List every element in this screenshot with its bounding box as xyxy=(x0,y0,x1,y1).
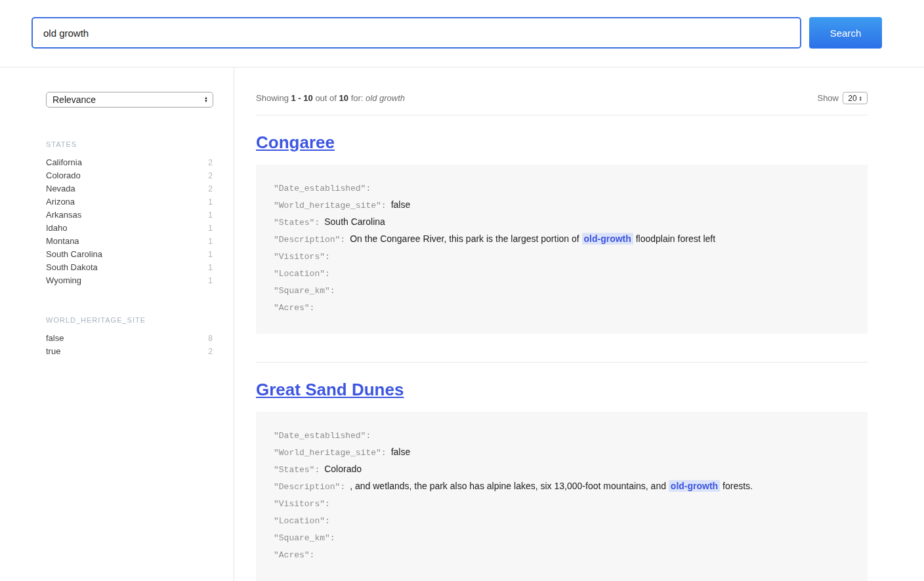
result-field-row: "Square_km": xyxy=(274,282,849,299)
search-input[interactable] xyxy=(32,17,801,49)
page-size-control: Show 20 ▲▼ xyxy=(817,92,868,104)
facet-option-state[interactable]: Colorado 2 xyxy=(46,169,213,182)
facet-option-label: South Carolina xyxy=(46,248,102,260)
facet-option-label: Wyoming xyxy=(46,274,81,287)
facet-option-heritage[interactable]: true 2 xyxy=(46,345,213,358)
field-value: On the Congaree River, this park is the … xyxy=(350,233,581,244)
result-title-link[interactable]: Great Sand Dunes xyxy=(256,380,404,400)
sort-select[interactable]: Relevance ▲▼ xyxy=(46,92,213,108)
field-key: "States": xyxy=(274,465,320,475)
field-key: "Date_established": xyxy=(274,184,371,193)
facet-option-label: California xyxy=(46,156,82,169)
search-header: Search xyxy=(0,0,924,68)
results-toolbar: Showing 1 - 10 out of 10 for: old growth… xyxy=(256,92,868,104)
page-size-label: Show xyxy=(817,93,839,103)
result-field-row: "Acres": xyxy=(274,546,849,563)
result-field-row: "Acres": xyxy=(274,299,849,316)
sidebar: Relevance ▲▼ STATES California 2 Colorad… xyxy=(0,68,234,581)
facet-option-label: true xyxy=(46,345,60,357)
result-field-row: "World_heritage_site":false xyxy=(274,197,849,214)
field-value: Colorado xyxy=(324,464,362,474)
field-value: false xyxy=(391,447,411,457)
facet-option-label: false xyxy=(46,332,64,344)
field-key: "Acres": xyxy=(274,303,314,313)
result-field-row: "Square_km": xyxy=(274,529,849,546)
field-key: "World_heritage_site": xyxy=(274,201,387,210)
facet-option-state[interactable]: California 2 xyxy=(46,156,213,169)
result-field-row: "States":South Carolina xyxy=(274,214,849,231)
result-card: "Date_established": "World_heritage_site… xyxy=(256,412,868,581)
facet-option-state[interactable]: South Carolina 1 xyxy=(46,248,213,261)
facet-option-count: 1 xyxy=(208,209,213,222)
facet-option-state[interactable]: Wyoming 1 xyxy=(46,274,213,287)
facet-option-heritage[interactable]: false 8 xyxy=(46,332,213,345)
field-key: "Location": xyxy=(274,269,330,279)
content-area: Relevance ▲▼ STATES California 2 Colorad… xyxy=(0,68,924,581)
select-arrows-icon: ▲▼ xyxy=(859,96,862,101)
facet-option-state[interactable]: Montana 1 xyxy=(46,235,213,248)
facet-option-count: 2 xyxy=(208,170,213,182)
toolbar-divider xyxy=(256,115,868,115)
field-key: "Visitors": xyxy=(274,252,330,262)
facet-option-count: 8 xyxy=(208,332,213,345)
summary-range: 1 - 10 xyxy=(291,93,313,103)
facet-option-count: 1 xyxy=(208,235,213,248)
select-arrows-icon: ▲▼ xyxy=(204,96,208,103)
result-field-row: "Visitors": xyxy=(274,248,849,265)
field-value: false xyxy=(391,199,411,210)
result-field-row: "World_heritage_site":false xyxy=(274,444,849,461)
result-field-row: "Description":On the Congaree River, thi… xyxy=(274,231,849,248)
result-field-row: "Location": xyxy=(274,512,849,529)
field-key: "Square_km": xyxy=(274,533,335,543)
field-value-after-match: forests. xyxy=(720,481,753,491)
facet-option-count: 1 xyxy=(208,262,213,274)
summary-for: for: xyxy=(351,93,364,103)
facet-option-label: Idaho xyxy=(46,222,68,234)
field-value: South Carolina xyxy=(324,216,385,227)
field-key: "Acres": xyxy=(274,550,314,560)
result-field-row: "Date_established": xyxy=(274,180,849,197)
facet-option-count: 2 xyxy=(208,157,213,169)
field-value: , and wetlands, the park also has alpine… xyxy=(350,481,669,491)
facet-option-state[interactable]: Arkansas 1 xyxy=(46,209,213,222)
facet-option-label: Arkansas xyxy=(46,209,81,221)
results-main: Showing 1 - 10 out of 10 for: old growth… xyxy=(234,68,924,581)
facet-option-state[interactable]: South Dakota 1 xyxy=(46,261,213,274)
field-key: "Visitors": xyxy=(274,499,330,509)
facet-option-label: Nevada xyxy=(46,182,75,195)
result-field-row: "Location": xyxy=(274,265,849,282)
sort-select-value: Relevance xyxy=(52,94,96,105)
facet-option-count: 1 xyxy=(208,222,213,235)
result-field-row: "Date_established": xyxy=(274,427,849,444)
facet-option-state[interactable]: Nevada 2 xyxy=(46,182,213,195)
highlight-match: old-growth xyxy=(582,233,633,245)
results-summary: Showing 1 - 10 out of 10 for: old growth xyxy=(256,93,405,103)
summary-outof: out of xyxy=(315,93,337,103)
facet-option-state[interactable]: Idaho 1 xyxy=(46,222,213,235)
facet-option-label: Montana xyxy=(46,235,79,247)
result-field-row: "States":Colorado xyxy=(274,461,849,478)
facet-title-states: STATES xyxy=(46,140,213,148)
facet-option-count: 1 xyxy=(208,249,213,261)
facet-option-label: Colorado xyxy=(46,169,81,182)
field-key: "Location": xyxy=(274,516,330,526)
page-size-select[interactable]: 20 ▲▼ xyxy=(843,92,868,104)
field-key: "Date_established": xyxy=(274,431,371,441)
facet-option-count: 2 xyxy=(208,346,213,358)
field-key: "Square_km": xyxy=(274,286,335,296)
summary-showing: Showing xyxy=(256,93,289,103)
field-key: "Description": xyxy=(274,482,345,492)
highlight-match: old-growth xyxy=(669,480,720,492)
search-button[interactable]: Search xyxy=(809,17,882,49)
facet-option-count: 1 xyxy=(208,196,213,209)
result-title-link[interactable]: Congaree xyxy=(256,132,335,153)
result-field-row: "Description":, and wetlands, the park a… xyxy=(274,478,849,495)
facet-option-state[interactable]: Arizona 1 xyxy=(46,195,213,209)
facet-option-label: Arizona xyxy=(46,195,75,208)
facet-title-world-heritage-site: WORLD_HERITAGE_SITE xyxy=(46,316,213,324)
field-key: "Description": xyxy=(274,235,345,245)
page-size-value: 20 xyxy=(848,94,856,103)
field-value-after-match: floodplain forest left xyxy=(633,233,715,244)
summary-query: old growth xyxy=(366,93,405,103)
summary-total: 10 xyxy=(339,93,348,103)
